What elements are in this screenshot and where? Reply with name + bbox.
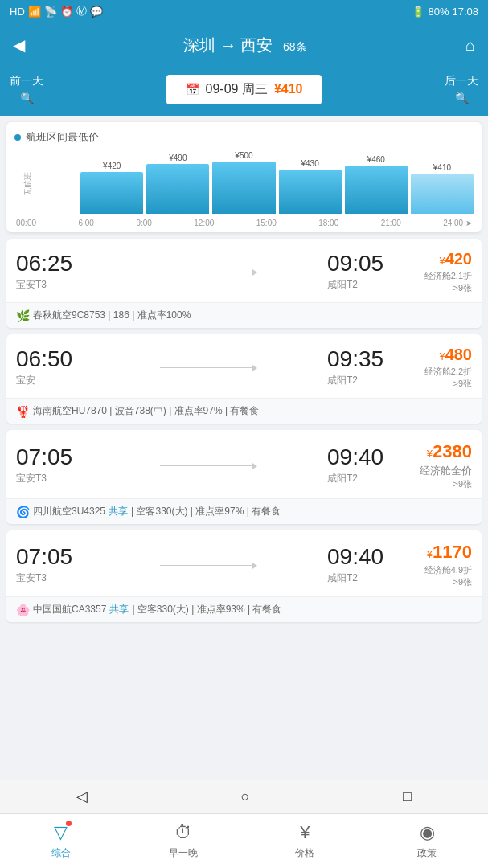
- flight-main-3: 07:05 宝安T3 09:40 咸阳T2 ¥2380 经济舱全价 >9张: [6, 430, 482, 498]
- flight-price-4: ¥1170 经济舱4.9折 >9张: [400, 542, 472, 588]
- flight-price-3: ¥2380 经济舱全价 >9张: [400, 441, 472, 490]
- policy-icon: ◉: [420, 822, 435, 843]
- battery-icon: 🔋: [412, 6, 424, 18]
- chart-dot-icon: [14, 134, 21, 141]
- bar-460[interactable]: ¥460: [345, 155, 408, 214]
- sys-back-button[interactable]: ◁: [76, 788, 88, 805]
- alarm-icon: ⏰: [60, 6, 73, 18]
- clock-icon: ⏱: [174, 822, 192, 843]
- nav-label-政策: 政策: [417, 846, 437, 860]
- price-chart: 航班区间最低价 无航班 ¥420 ¥490 ¥500 ¥430: [6, 122, 482, 232]
- dep-time-4: 07:05 宝安T3: [16, 546, 88, 585]
- flight-main-1: 06:25 宝安T3 09:05 咸阳T2 ¥420 经济舱2.1折 >9张: [6, 239, 482, 302]
- chart-bars[interactable]: 无航班 ¥420 ¥490 ¥500 ¥430 ¥460: [14, 151, 474, 215]
- bar-410[interactable]: ¥410: [411, 163, 474, 214]
- no-flight-label: 无航班: [23, 172, 34, 196]
- airline-icon-4: 🌸: [16, 604, 30, 616]
- airline-text-3: 四川航空3U4325: [33, 505, 105, 518]
- nav-label-早一晚: 早一晚: [169, 846, 198, 860]
- arrow-line-2: [160, 367, 256, 368]
- filter-icon: ▽: [54, 822, 68, 843]
- arrow-line-3: [160, 465, 256, 466]
- next-day-button[interactable]: 后一天 🔍: [445, 74, 478, 104]
- arr-time-4: 09:40 咸阳T2: [327, 546, 400, 585]
- flight-info-3: 🌀 四川航空3U4325 共享 | 空客330(大) | 准点率97% | 有餐…: [6, 498, 482, 524]
- airline-icon-1: 🌿: [16, 309, 30, 322]
- chart-label: 航班区间最低价: [14, 130, 474, 145]
- flight-card-2[interactable]: 06:50 宝安 09:35 咸阳T2 ¥480 经济舱2.2折 >9张 🦞 海…: [6, 334, 482, 424]
- search-icon-right: 🔍: [455, 92, 469, 104]
- wechat-icon: 💬: [90, 6, 103, 18]
- sys-recent-button[interactable]: □: [403, 788, 412, 805]
- calendar-icon: 📅: [186, 83, 199, 96]
- bar-500[interactable]: ¥500: [212, 151, 275, 214]
- bar-490[interactable]: ¥490: [146, 154, 209, 214]
- date-price: ¥410: [274, 82, 303, 96]
- system-nav-bar: ◁ ○ □: [0, 780, 488, 813]
- bottom-nav: ▽ 综合 ⏱ 早一晚 ¥ 价格 ◉ 政策: [0, 813, 488, 868]
- bar-420[interactable]: ¥420: [80, 162, 143, 214]
- dep-time-1: 06:25 宝安T3: [16, 252, 88, 292]
- status-right: 🔋 80% 17:08: [412, 6, 478, 18]
- signal-icon: 📶: [28, 6, 41, 18]
- date-selector[interactable]: 📅 09-09 周三 ¥410: [166, 75, 322, 104]
- back-button[interactable]: ◀: [13, 35, 25, 55]
- status-bar: HD 📶 📡 ⏰ Ⓜ 💬 🔋 80% 17:08: [0, 0, 488, 23]
- network-icon: HD: [10, 6, 25, 18]
- prev-day-button[interactable]: 前一天 🔍: [10, 74, 43, 104]
- search-icon: 🔍: [20, 92, 34, 104]
- nav-政策[interactable]: ◉ 政策: [366, 814, 488, 868]
- nav-label-综合: 综合: [51, 846, 71, 860]
- nav-价格[interactable]: ¥ 价格: [244, 814, 367, 868]
- flight-arrow-3: [88, 465, 327, 466]
- price-icon: ¥: [300, 822, 310, 843]
- flight-info-1: 🌿 春秋航空9C8753 | 186 | 准点率100%: [6, 302, 482, 328]
- route-title: 深圳 → 西安: [183, 36, 273, 54]
- header: ◀ 深圳 → 西安 68条 ⌂: [0, 23, 488, 68]
- arr-time-2: 09:35 咸阳T2: [327, 348, 400, 387]
- sys-home-button[interactable]: ○: [241, 788, 250, 805]
- arrow-line-4: [160, 565, 256, 566]
- flight-card-3[interactable]: 07:05 宝安T3 09:40 咸阳T2 ¥2380 经济舱全价 >9张 🌀 …: [6, 430, 482, 524]
- airline-text-1: 春秋航空9C8753 | 186 | 准点率100%: [33, 309, 191, 322]
- arrow-line-1: [160, 272, 256, 272]
- flight-list: 06:25 宝安T3 09:05 咸阳T2 ¥420 经济舱2.1折 >9张 🌿…: [0, 239, 488, 725]
- nav-label-价格: 价格: [295, 846, 314, 860]
- flight-arrow-2: [88, 367, 327, 368]
- time-text: 17:08: [452, 6, 478, 18]
- bar-430[interactable]: ¥430: [279, 159, 342, 214]
- dep-time-3: 07:05 宝安T3: [16, 446, 88, 485]
- next-day-label: 后一天: [445, 74, 478, 88]
- flight-arrow-4: [88, 565, 327, 566]
- flight-info-4: 🌸 中国国航CA3357 共享 | 空客330(大) | 准点率93% | 有餐…: [6, 596, 482, 622]
- flight-price-1: ¥420 经济舱2.1折 >9张: [400, 250, 472, 294]
- flight-price-2: ¥480 经济舱2.2折 >9张: [400, 346, 472, 390]
- shared-tag-3[interactable]: 共享: [109, 505, 128, 518]
- header-center: 深圳 → 西安 68条: [183, 35, 306, 56]
- memo-icon: Ⓜ: [76, 4, 87, 18]
- nav-早一晚[interactable]: ⏱ 早一晚: [122, 814, 244, 868]
- flight-main-4: 07:05 宝安T3 09:40 咸阳T2 ¥1170 经济舱4.9折 >9张: [6, 530, 482, 596]
- arr-time-1: 09:05 咸阳T2: [327, 252, 400, 292]
- home-button[interactable]: ⌂: [465, 36, 475, 55]
- arr-time-3: 09:40 咸阳T2: [327, 446, 400, 485]
- flight-main-2: 06:50 宝安 09:35 咸阳T2 ¥480 经济舱2.2折 >9张: [6, 334, 482, 398]
- dep-time-2: 06:50 宝安: [16, 348, 88, 387]
- battery-text: 80%: [428, 6, 449, 18]
- flight-arrow-1: [88, 272, 327, 272]
- date-nav: 前一天 🔍 📅 09-09 周三 ¥410 后一天 🔍: [0, 68, 488, 116]
- flight-count: 68条: [283, 40, 307, 53]
- chart-timeline: 00:00 6:00 9:00 12:00 15:00 18:00 21:00 …: [14, 219, 474, 227]
- chart-title: 航班区间最低价: [26, 130, 99, 145]
- airline-text-2: 海南航空HU7870 | 波音738(中) | 准点率97% | 有餐食: [33, 404, 259, 418]
- wifi-icon: 📡: [44, 6, 57, 18]
- nav-综合[interactable]: ▽ 综合: [0, 814, 122, 868]
- status-left: HD 📶 📡 ⏰ Ⓜ 💬: [10, 4, 103, 18]
- airline-icon-3: 🌀: [16, 506, 30, 518]
- flight-card-4[interactable]: 07:05 宝安T3 09:40 咸阳T2 ¥1170 经济舱4.9折 >9张 …: [6, 530, 482, 622]
- airline-icon-2: 🦞: [16, 405, 30, 418]
- nav-dot: [66, 821, 72, 826]
- shared-tag-4[interactable]: 共享: [109, 603, 129, 616]
- prev-day-label: 前一天: [10, 74, 43, 88]
- flight-card-1[interactable]: 06:25 宝安T3 09:05 咸阳T2 ¥420 经济舱2.1折 >9张 🌿…: [6, 239, 482, 328]
